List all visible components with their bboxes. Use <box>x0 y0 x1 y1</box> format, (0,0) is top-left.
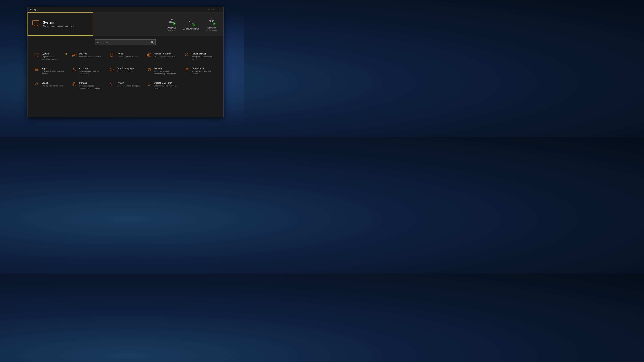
cortana-text: Cortana Cortana language, permissions, n… <box>79 82 104 90</box>
cortana-desc: Cortana language, permissions, notificat… <box>79 85 104 90</box>
quick-item-rewards[interactable]: Rewards 10109 points <box>206 17 217 31</box>
window-controls: ─ □ ✕ <box>207 8 221 11</box>
system-hero-title: System <box>43 21 74 24</box>
system-hero-icon <box>32 19 40 29</box>
setting-item-ease[interactable]: Ease of Access Narrator, magnifier, high… <box>182 65 218 78</box>
update-label: Update & Security <box>154 82 179 84</box>
setting-item-search[interactable]: Search Find my files, permissions <box>32 79 68 92</box>
personalization-label: Personalization <box>192 52 217 55</box>
setting-item-cortana[interactable]: Cortana Cortana language, permissions, n… <box>70 79 106 92</box>
svg-point-35 <box>186 68 187 68</box>
close-button[interactable]: ✕ <box>217 8 221 11</box>
time-text: Time & Language Speech, region, date <box>116 67 134 72</box>
maximize-button[interactable]: □ <box>212 8 216 11</box>
accounts-icon <box>72 67 77 72</box>
system-desc: Display, sound, notifications, power <box>42 55 62 61</box>
update-icon <box>147 82 152 86</box>
search-button[interactable]: 🔍 <box>151 41 154 44</box>
system-hero-card[interactable]: System Display, sound, notifications, po… <box>28 12 93 36</box>
windows-update-label: Windows Update <box>183 27 200 30</box>
system-label: System <box>42 52 62 55</box>
ease-icon <box>184 67 189 72</box>
privacy-icon <box>109 82 114 86</box>
gaming-icon <box>147 67 152 72</box>
setting-item-accounts[interactable]: Accounts Your accounts, email, sync, wor… <box>70 65 106 78</box>
setting-item-phone[interactable]: Phone Link your Android, iPhone <box>108 50 144 63</box>
svg-rect-45 <box>110 84 113 86</box>
svg-line-42 <box>37 85 38 86</box>
search-input[interactable] <box>97 41 151 44</box>
apps-label: Apps <box>42 67 67 69</box>
gaming-text: Gaming Game bar, captures, broadcasting,… <box>154 67 179 75</box>
system-hero-text: System Display, sound, notifications, po… <box>43 21 74 27</box>
setting-item-system[interactable]: System Display, sound, notifications, po… <box>32 50 68 63</box>
setting-item-apps[interactable]: Apps Uninstall, defaults, optional featu… <box>32 65 68 78</box>
phone-text: Phone Link your Android, iPhone <box>116 52 138 58</box>
header-area: System Display, sound, notifications, po… <box>28 12 224 36</box>
svg-point-33 <box>150 69 150 69</box>
svg-point-43 <box>72 82 76 86</box>
accounts-label: Accounts <box>79 67 104 69</box>
cortana-label: Cortana <box>79 82 104 84</box>
svg-point-12 <box>73 56 74 56</box>
network-label: Network & Internet <box>154 52 176 55</box>
quick-item-onedrive[interactable]: OneDrive Manage <box>167 17 176 31</box>
minimize-button[interactable]: ─ <box>207 8 211 11</box>
search-label: Search <box>42 82 63 84</box>
search-text: Search Find my files, permissions <box>42 82 63 87</box>
devices-text: Devices Bluetooth, printers, mouse <box>79 52 100 58</box>
rewards-check <box>213 22 216 25</box>
phone-icon <box>109 53 114 57</box>
search-container: 🔍 <box>28 36 224 48</box>
personalization-text: Personalization Background, lock screen,… <box>192 52 217 61</box>
windows-update-icon <box>187 18 196 26</box>
setting-item-devices[interactable]: Devices Bluetooth, printers, mouse <box>70 50 106 63</box>
svg-line-40 <box>188 68 188 69</box>
ease-desc: Narrator, magnifier, high contrast <box>192 70 217 75</box>
update-desc: Windows Update, recovery, backup <box>154 85 179 90</box>
privacy-desc: Location, camera, microphone <box>116 85 142 87</box>
window-title: Settings <box>30 8 37 11</box>
svg-point-44 <box>74 83 75 85</box>
rewards-sublabel: 10109 points <box>206 29 217 31</box>
system-text: System Display, sound, notifications, po… <box>42 52 62 61</box>
settings-window: Settings ─ □ ✕ System Display, sound, no… <box>27 7 224 117</box>
phone-desc: Link your Android, iPhone <box>116 55 138 58</box>
onedrive-icon <box>167 17 176 25</box>
setting-item-update[interactable]: Update & Security Windows Update, recove… <box>145 79 181 92</box>
svg-line-37 <box>186 70 186 71</box>
system-annotation-dot <box>66 53 67 55</box>
quick-item-windows-update[interactable]: Windows Update <box>183 18 200 30</box>
system-icon <box>34 53 39 57</box>
quick-access-area: OneDrive Manage Windows Update <box>160 12 224 36</box>
network-text: Network & Internet Wi-Fi, airplane mode,… <box>154 52 176 58</box>
setting-item-gaming[interactable]: Gaming Game bar, captures, broadcasting,… <box>145 65 181 78</box>
onedrive-check <box>173 22 176 25</box>
ease-text: Ease of Access Narrator, magnifier, high… <box>192 67 217 75</box>
devices-desc: Bluetooth, printers, mouse <box>79 55 100 58</box>
svg-line-30 <box>112 69 112 70</box>
search-setting-icon <box>34 82 39 86</box>
accounts-text: Accounts Your accounts, email, sync, wor… <box>79 67 104 75</box>
network-icon <box>147 53 152 57</box>
setting-item-personalization[interactable]: Personalization Background, lock screen,… <box>182 50 218 63</box>
gaming-desc: Game bar, captures, broadcasting, Game M… <box>154 70 179 75</box>
time-icon <box>109 67 114 72</box>
svg-rect-10 <box>72 54 75 55</box>
title-bar: Settings ─ □ ✕ <box>28 7 224 12</box>
gaming-label: Gaming <box>154 67 179 69</box>
setting-item-privacy[interactable]: Privacy Location, camera, microphone <box>108 79 144 92</box>
apps-desc: Uninstall, defaults, optional features <box>42 70 67 75</box>
update-text: Update & Security Windows Update, recove… <box>154 82 179 90</box>
setting-item-network[interactable]: Network & Internet Wi-Fi, airplane mode,… <box>145 50 181 63</box>
apps-text: Apps Uninstall, defaults, optional featu… <box>42 67 67 75</box>
privacy-text: Privacy Location, camera, microphone <box>116 82 142 87</box>
search-desc: Find my files, permissions <box>42 85 63 87</box>
devices-icon <box>72 53 77 57</box>
settings-row-2: Apps Uninstall, defaults, optional featu… <box>32 65 218 78</box>
devices-label: Devices <box>79 52 100 55</box>
time-desc: Speech, region, date <box>116 70 134 72</box>
setting-item-time[interactable]: Time & Language Speech, region, date <box>108 65 144 78</box>
svg-rect-0 <box>32 20 39 25</box>
time-label: Time & Language <box>116 67 134 69</box>
